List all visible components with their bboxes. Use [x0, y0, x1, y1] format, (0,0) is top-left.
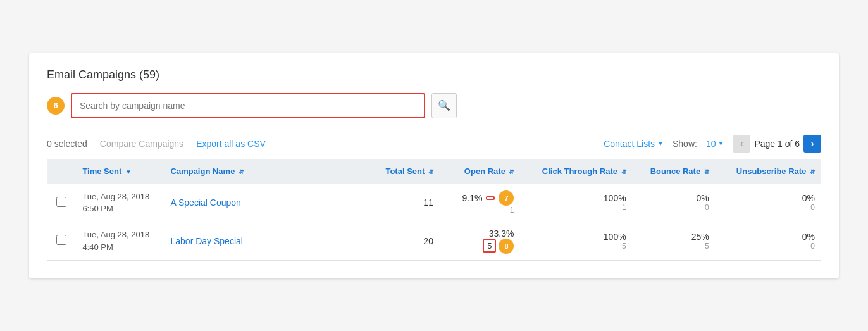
header-unsubscribe-rate[interactable]: Unsubscribe Rate ⇵	[716, 159, 821, 184]
page-info: Page 1 of 6	[754, 139, 800, 149]
open-rate-count-boxed: 5	[483, 239, 496, 253]
next-page-button[interactable]: ›	[803, 135, 821, 153]
contact-lists-label: Contact Lists	[604, 139, 655, 149]
row-unsubscribe-rate: 0% 0	[716, 184, 821, 222]
badge-8: 8	[499, 239, 514, 254]
row-checkbox[interactable]	[56, 235, 66, 245]
row-bounce-rate: 25% 5	[633, 222, 716, 260]
search-badge: 6	[47, 97, 65, 115]
sort-icon-time: ▼	[125, 168, 132, 175]
table-header-row: Time Sent ▼ Campaign Name ⇵ Total Sent ⇵…	[47, 159, 821, 184]
open-rate-pct: 33.3%	[489, 228, 514, 239]
bounce-pct: 0%	[639, 193, 709, 203]
row-time-sent: Tue, Aug 28, 20186:50 PM	[82, 190, 158, 215]
bounce-count: 0	[639, 203, 709, 212]
row-total-sent: 11	[369, 184, 440, 222]
show-value: 10	[706, 139, 716, 149]
unsub-count: 0	[722, 242, 815, 251]
header-total-sent[interactable]: Total Sent ⇵	[369, 159, 440, 184]
unsub-pct: 0%	[722, 232, 815, 242]
sort-icon-open: ⇵	[509, 168, 514, 175]
prev-page-button[interactable]: ‹	[733, 135, 750, 153]
ctr-pct: 100%	[526, 193, 626, 203]
row-ctr: 100% 5	[520, 222, 632, 260]
row-time-sent: Tue, Aug 28, 20184:40 PM	[82, 228, 158, 253]
sort-icon-ctr: ⇵	[621, 168, 626, 175]
table-row: Tue, Aug 28, 20184:40 PMLabor Day Specia…	[47, 222, 821, 260]
open-rate-pct: 9.1%	[462, 193, 483, 203]
search-icon: 🔍	[438, 99, 450, 111]
header-time-sent[interactable]: Time Sent ▼	[76, 159, 164, 184]
toolbar: 0 selected Compare Campaigns Export all …	[47, 128, 821, 159]
table-row: Tue, Aug 28, 20186:50 PMA Special Coupon…	[47, 184, 821, 222]
show-count-dropdown[interactable]: 10 ▼	[706, 139, 724, 149]
pagination: ‹ Page 1 of 6 ›	[733, 135, 821, 153]
row-open-rate: 33.3% 5 8	[440, 222, 521, 260]
email-campaigns-card: Email Campaigns (59) 6 🔍 0 selected Comp…	[29, 53, 839, 278]
show-label: Show:	[673, 139, 697, 149]
header-checkbox	[47, 159, 76, 184]
sort-icon-name: ⇵	[239, 168, 244, 175]
ctr-pct: 100%	[526, 232, 626, 242]
row-checkbox[interactable]	[56, 197, 66, 207]
badge-7: 7	[499, 190, 514, 206]
search-button[interactable]: 🔍	[431, 93, 457, 118]
row-total-sent: 20	[369, 222, 440, 260]
search-row: 6 🔍	[47, 93, 821, 118]
contact-lists-dropdown[interactable]: Contact Lists ▼	[604, 139, 664, 149]
ctr-count: 5	[526, 242, 626, 251]
row-open-rate: 9.1% 7 1	[440, 184, 521, 222]
chevron-down-icon: ▼	[657, 140, 664, 147]
ctr-count: 1	[526, 203, 626, 212]
header-campaign-name[interactable]: Campaign Name ⇵	[164, 159, 370, 184]
page-title: Email Campaigns (59)	[47, 68, 821, 82]
search-input[interactable]	[71, 93, 425, 118]
sort-icon-total: ⇵	[428, 168, 433, 175]
row-bounce-rate: 0% 0	[633, 184, 716, 222]
open-rate-sort-badge	[486, 196, 495, 200]
unsub-count: 0	[722, 203, 815, 212]
header-bounce-rate[interactable]: Bounce Rate ⇵	[633, 159, 716, 184]
toolbar-right: Contact Lists ▼ Show: 10 ▼ ‹ Page 1 of 6…	[604, 135, 821, 153]
unsub-pct: 0%	[722, 193, 815, 203]
open-rate-count: 1	[510, 206, 514, 215]
row-unsubscribe-rate: 0% 0	[716, 222, 821, 260]
selected-count: 0 selected	[47, 139, 87, 149]
campaign-name-link[interactable]: A Special Coupon	[171, 197, 241, 208]
bounce-count: 5	[639, 242, 709, 251]
export-csv-link[interactable]: Export all as CSV	[196, 139, 266, 149]
header-click-through-rate[interactable]: Click Through Rate ⇵	[520, 159, 632, 184]
header-open-rate[interactable]: Open Rate ⇵	[440, 159, 521, 184]
bounce-pct: 25%	[639, 232, 709, 242]
campaigns-table: Time Sent ▼ Campaign Name ⇵ Total Sent ⇵…	[47, 159, 821, 261]
row-ctr: 100% 1	[520, 184, 632, 222]
sort-icon-unsub: ⇵	[810, 168, 815, 175]
campaign-name-link[interactable]: Labor Day Special	[171, 236, 243, 246]
compare-campaigns-button[interactable]: Compare Campaigns	[100, 139, 183, 149]
sort-icon-bounce: ⇵	[704, 168, 709, 175]
show-chevron-icon: ▼	[717, 140, 724, 147]
